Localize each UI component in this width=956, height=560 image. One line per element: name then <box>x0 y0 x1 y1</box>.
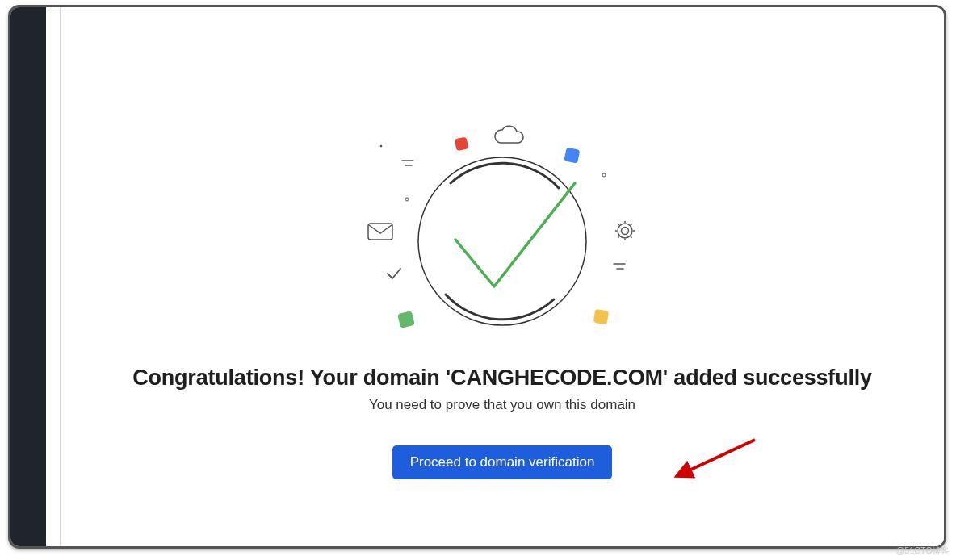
green-square-icon <box>397 311 415 328</box>
heading-suffix: ' added successfully <box>663 366 872 390</box>
svg-line-11 <box>686 440 755 472</box>
small-check-icon <box>388 269 400 278</box>
big-check-icon <box>455 183 575 286</box>
illustration-svg <box>357 112 648 354</box>
red-square-icon <box>455 136 469 151</box>
svg-point-9 <box>602 173 606 177</box>
left-sidebar <box>10 7 46 546</box>
gear-icon <box>615 221 635 240</box>
svg-point-1 <box>622 228 629 235</box>
blue-square-icon <box>564 148 580 164</box>
proceed-button[interactable]: Proceed to domain verification <box>392 445 613 479</box>
svg-point-2 <box>618 224 632 238</box>
svg-point-8 <box>405 198 409 201</box>
cloud-icon <box>495 126 523 143</box>
heading-prefix: Congratulations! Your domain ' <box>132 366 451 390</box>
svg-rect-3 <box>368 224 392 240</box>
watermark: @51CTO博客 <box>896 545 950 557</box>
svg-point-10 <box>380 145 383 148</box>
main-content: Congratulations! Your domain 'CANGHECODE… <box>61 7 944 546</box>
heading-domain: CANGHECODE.COM <box>451 366 663 390</box>
success-heading: Congratulations! Your domain 'CANGHECODE… <box>61 366 944 391</box>
yellow-square-icon <box>593 309 610 325</box>
success-illustration <box>357 112 648 354</box>
annotation-arrow <box>674 435 763 483</box>
svg-point-0 <box>418 157 586 325</box>
mail-icon <box>368 224 392 240</box>
success-subtext: You need to prove that you own this doma… <box>61 397 944 413</box>
app-frame: Congratulations! Your domain 'CANGHECODE… <box>8 5 946 549</box>
